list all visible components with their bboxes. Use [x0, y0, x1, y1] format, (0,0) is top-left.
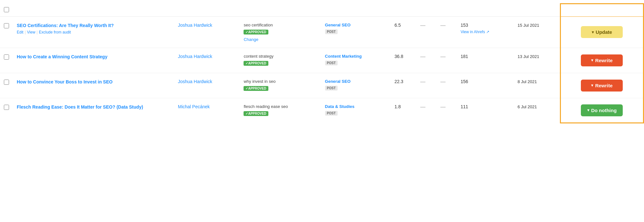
title-link[interactable]: Flesch Reading Ease: Does It Matter for …	[17, 104, 170, 111]
total-traffic-value: —	[420, 79, 426, 84]
table-row: How to Create a Winning Content Strategy…	[0, 48, 644, 73]
approved-badge: APPROVED	[244, 111, 268, 116]
select-all-header[interactable]	[0, 4, 13, 17]
action-separator: |	[25, 30, 26, 34]
date-header	[514, 4, 561, 17]
row-checkbox[interactable]	[4, 54, 9, 60]
keyword-text: why invest in seo	[244, 79, 317, 84]
author-link[interactable]: Joshua Hardwick	[178, 23, 212, 28]
title-link[interactable]: How to Convince Your Boss to Invest in S…	[17, 79, 170, 85]
approved-badge: APPROVED	[244, 61, 268, 66]
action-link-edit[interactable]: Edit	[17, 30, 24, 34]
total-traffic-cell: —	[417, 16, 437, 48]
table-row: SEO Certifications: Are They Really Wort…	[0, 16, 644, 48]
title-cell: How to Convince Your Boss to Invest in S…	[13, 73, 174, 98]
change-keyword-link[interactable]: Change	[244, 37, 317, 42]
select-all-checkbox[interactable]	[4, 7, 9, 12]
date-value: 15 Jul 2021	[518, 23, 539, 28]
position-header[interactable]	[390, 4, 416, 17]
organic-traffic-value: —	[440, 104, 446, 110]
row-checkbox[interactable]	[4, 80, 9, 85]
author-link[interactable]: Michal Pecánek	[178, 104, 210, 109]
author-link[interactable]: Joshua Hardwick	[178, 79, 212, 84]
category-cell: Content MarketingPOST	[321, 48, 391, 73]
post-type-badge: POST	[325, 111, 338, 116]
backlinks-cell: 181	[457, 48, 514, 73]
position-cell: 1.8	[390, 98, 416, 123]
author-cell: Joshua Hardwick	[174, 16, 240, 48]
content-audit-table: SEO Certifications: Are They Really Wort…	[0, 0, 644, 222]
total-traffic-cell: —	[417, 48, 437, 73]
author-cell: Michal Pecánek	[174, 98, 240, 123]
date-cell: 6 Jul 2021	[514, 98, 561, 123]
total-traffic-value: —	[420, 54, 426, 59]
organic-traffic-value: —	[440, 79, 446, 84]
date-value: 8 Jul 2021	[518, 79, 537, 84]
suggestion-label: Do nothing	[591, 108, 617, 113]
author-cell: Joshua Hardwick	[174, 73, 240, 98]
total-traffic-header[interactable]	[417, 4, 437, 17]
title-header[interactable]	[13, 4, 174, 17]
row-actions: Edit|View|Exclude from audit	[17, 30, 170, 34]
position-cell: 22.3	[390, 73, 416, 98]
category-link[interactable]: General SEO	[325, 23, 387, 27]
category-link[interactable]: Data & Studies	[325, 104, 387, 109]
position-value: 22.3	[394, 79, 403, 84]
organic-traffic-value: —	[440, 23, 446, 28]
suggestion-cell: ▾Rewrite	[560, 73, 643, 98]
keyword-cell: content strategyAPPROVED	[240, 48, 321, 73]
suggestion-cell: ▾Update	[560, 16, 643, 48]
organic-traffic-header[interactable]	[437, 4, 457, 17]
backlinks-value: 181	[461, 54, 510, 59]
category-link[interactable]: Content Marketing	[325, 54, 387, 59]
suggestion-button-update[interactable]: ▾Update	[581, 26, 623, 38]
chevron-down-icon: ▾	[591, 83, 593, 88]
total-traffic-cell: —	[417, 98, 437, 123]
date-cell: 8 Jul 2021	[514, 73, 561, 98]
title-link[interactable]: SEO Certifications: Are They Really Wort…	[17, 23, 170, 29]
view-in-ahrefs-link[interactable]: View in Ahrefs	[461, 30, 489, 34]
action-link-view[interactable]: View	[27, 30, 35, 34]
title-cell: SEO Certifications: Are They Really Wort…	[13, 16, 174, 48]
row-checkbox-cell	[0, 48, 13, 73]
organic-traffic-cell: —	[437, 98, 457, 123]
row-checkbox-cell	[0, 16, 13, 48]
author-link[interactable]: Joshua Hardwick	[178, 54, 212, 59]
category-cell: General SEOPOST	[321, 16, 391, 48]
position-value: 1.8	[394, 104, 400, 109]
backlinks-cell: 156	[457, 73, 514, 98]
approved-badge: APPROVED	[244, 30, 268, 34]
suggestion-label: Rewrite	[595, 58, 612, 63]
backlinks-header[interactable]	[457, 4, 514, 17]
keyword-text: content strategy	[244, 54, 317, 59]
title-link[interactable]: How to Create a Winning Content Strategy	[17, 54, 170, 60]
suggestion-cell: ▾Rewrite	[560, 48, 643, 73]
title-cell: How to Create a Winning Content Strategy	[13, 48, 174, 73]
organic-traffic-value: —	[440, 54, 446, 59]
position-cell: 6.5	[390, 16, 416, 48]
keyword-cell: seo certificationAPPROVEDChange	[240, 16, 321, 48]
action-link-exclude-from-audit[interactable]: Exclude from audit	[39, 30, 71, 34]
date-value: 6 Jul 2021	[518, 104, 537, 109]
suggestion-label: Update	[596, 29, 612, 35]
author-header	[174, 4, 240, 17]
suggestion-button-rewrite[interactable]: ▾Rewrite	[581, 54, 623, 66]
table-row: Flesch Reading Ease: Does It Matter for …	[0, 98, 644, 123]
keyword-text: flesch reading ease seo	[244, 104, 317, 109]
row-checkbox[interactable]	[4, 23, 9, 28]
categories-header	[321, 4, 391, 17]
category-link[interactable]: General SEO	[325, 79, 387, 84]
row-checkbox[interactable]	[4, 105, 9, 110]
chevron-down-icon: ▾	[587, 108, 589, 112]
post-type-badge: POST	[325, 61, 338, 65]
backlinks-cell: 153View in Ahrefs	[457, 16, 514, 48]
target-keywords-header[interactable]	[240, 4, 321, 17]
backlinks-value: 111	[461, 104, 510, 109]
post-type-badge: POST	[325, 86, 338, 91]
backlinks-cell: 111	[457, 98, 514, 123]
suggestion-button-donothing[interactable]: ▾Do nothing	[581, 104, 623, 116]
category-cell: General SEOPOST	[321, 73, 391, 98]
keyword-cell: why invest in seoAPPROVED	[240, 73, 321, 98]
total-traffic-cell: —	[417, 73, 437, 98]
suggestion-button-rewrite[interactable]: ▾Rewrite	[581, 80, 623, 92]
